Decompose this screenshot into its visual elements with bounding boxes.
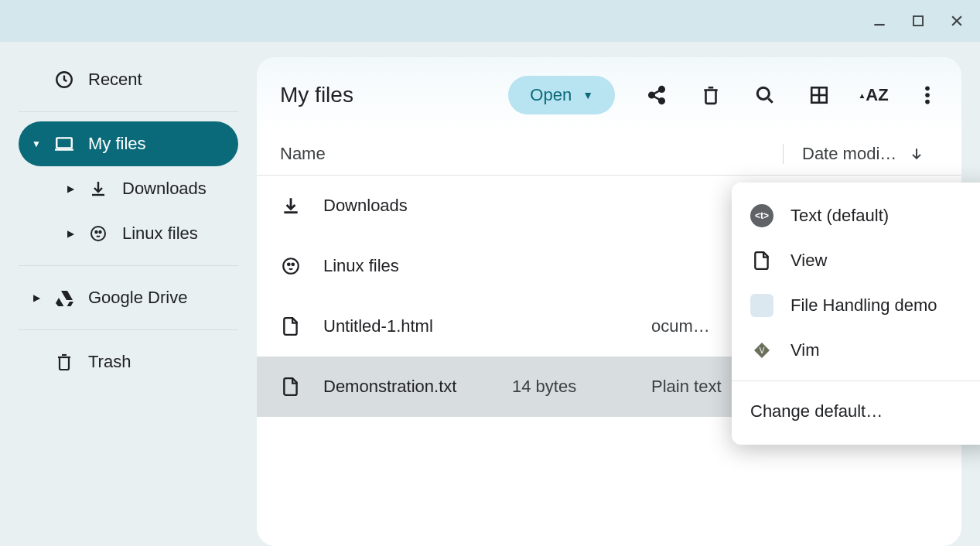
window-minimize-button[interactable]: [872, 13, 887, 29]
open-button[interactable]: Open ▼: [508, 76, 615, 114]
menu-item-fh-demo[interactable]: File Handling demo: [732, 283, 980, 328]
column-header: Name Date modi…: [257, 133, 961, 176]
caret-right-icon: ▶: [67, 228, 74, 239]
svg-point-20: [925, 87, 930, 91]
svg-point-22: [925, 100, 930, 104]
penguin-icon: [88, 224, 108, 243]
laptop-icon: [54, 136, 74, 152]
svg-point-11: [649, 93, 654, 98]
caret-right-icon: ▶: [32, 292, 40, 303]
trash-icon: [54, 353, 74, 371]
file-icon: [280, 316, 302, 336]
arrow-down-icon: [909, 146, 924, 162]
window-close-button[interactable]: [949, 13, 965, 29]
svg-text:V: V: [760, 346, 765, 355]
window-maximize-button[interactable]: [910, 13, 926, 29]
page-title: My files: [280, 83, 499, 107]
vim-icon: V: [750, 339, 773, 362]
svg-line-14: [654, 97, 660, 100]
download-icon: [280, 196, 302, 216]
svg-point-12: [659, 98, 664, 103]
grid-view-icon[interactable]: [808, 84, 830, 106]
svg-line-13: [654, 90, 660, 94]
sidebar-label-trash: Trash: [88, 352, 131, 372]
svg-point-8: [95, 231, 97, 233]
sidebar-item-recent[interactable]: Recent: [19, 57, 238, 102]
sidebar-label-downloads: Downloads: [122, 179, 207, 199]
svg-rect-1: [913, 16, 923, 26]
col-date[interactable]: Date modi…: [783, 144, 938, 164]
sidebar-label-linux: Linux files: [122, 224, 198, 244]
sidebar-item-linux[interactable]: ▶ Linux files: [53, 211, 238, 256]
open-with-menu: <t> Text (default) View File Handling de…: [732, 183, 980, 445]
main-panel: My files Open ▼: [257, 57, 961, 546]
search-icon[interactable]: [754, 84, 776, 106]
col-name[interactable]: Name: [280, 144, 512, 164]
sidebar-item-downloads[interactable]: ▶ Downloads: [53, 166, 238, 211]
svg-point-15: [757, 87, 769, 99]
open-button-label: Open: [530, 85, 572, 105]
text-app-icon: <t>: [750, 204, 773, 227]
svg-point-9: [99, 231, 101, 233]
svg-point-24: [288, 264, 290, 266]
share-icon[interactable]: [646, 84, 668, 106]
menu-item-vim[interactable]: V Vim: [732, 328, 980, 373]
svg-rect-5: [56, 138, 72, 148]
sidebar-item-myfiles[interactable]: ▼ My files: [19, 121, 238, 166]
svg-point-21: [925, 93, 930, 97]
delete-icon[interactable]: [700, 84, 722, 106]
title-bar: [0, 0, 980, 42]
svg-point-25: [292, 264, 294, 266]
sidebar-item-gdrive[interactable]: ▶ Google Drive: [19, 275, 238, 320]
file-icon: [280, 377, 302, 397]
file-icon: [750, 249, 773, 272]
sidebar-label-myfiles: My files: [88, 134, 146, 154]
more-vert-icon[interactable]: [917, 84, 938, 106]
sidebar-label-gdrive: Google Drive: [88, 288, 187, 308]
download-icon: [88, 179, 108, 198]
svg-line-16: [768, 98, 772, 102]
menu-item-change-default[interactable]: Change default…: [732, 389, 980, 434]
app-icon: [750, 294, 773, 317]
clock-icon: [54, 70, 74, 90]
sort-az-icon[interactable]: ▲ AZ: [862, 84, 884, 106]
caret-down-icon: ▼: [32, 138, 40, 149]
svg-point-10: [659, 87, 664, 92]
caret-down-icon: ▼: [582, 89, 593, 101]
sidebar-label-recent: Recent: [88, 70, 142, 90]
penguin-icon: [280, 256, 302, 276]
menu-item-text[interactable]: <t> Text (default): [732, 193, 980, 238]
svg-point-23: [283, 258, 299, 274]
menu-item-view[interactable]: View: [732, 238, 980, 283]
caret-right-icon: ▶: [67, 183, 74, 194]
sidebar-item-trash[interactable]: Trash: [19, 340, 238, 384]
sidebar: Recent ▼ My files ▶ Downloads ▶ Linux fi…: [0, 42, 257, 546]
svg-point-7: [91, 227, 105, 241]
google-drive-icon: [54, 289, 74, 306]
